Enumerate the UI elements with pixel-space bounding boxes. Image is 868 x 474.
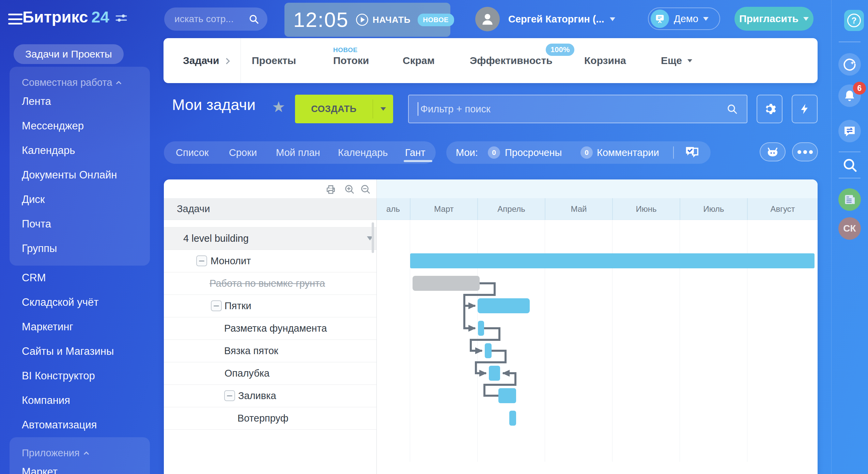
gantt-task-row-label[interactable]: Монолит	[211, 250, 251, 272]
sidebar-item[interactable]: Мессенджер	[10, 114, 150, 138]
settings-gear-button[interactable]	[757, 95, 782, 123]
print-icon[interactable]	[325, 184, 336, 195]
chevron-right-icon	[224, 58, 230, 64]
sidebar-item-tasks-projects[interactable]: Задачи и Проекты	[14, 44, 124, 64]
tab-Сроки[interactable]: Сроки	[229, 141, 257, 164]
robot-assistant-button[interactable]	[760, 142, 786, 161]
nav-item-Еще[interactable]: Еще	[661, 38, 692, 83]
sidebar-item[interactable]: Календарь	[10, 138, 150, 163]
group-label: Совместная работа	[22, 77, 112, 88]
favorite-star-icon[interactable]: ★	[272, 98, 285, 115]
gantt-task-row-label[interactable]: Заливка	[238, 384, 276, 407]
gantt-task-row-label[interactable]: Вотерпруф	[237, 407, 289, 429]
filter-search-input[interactable]	[420, 104, 724, 115]
nav-item-Потоки[interactable]: Потоки	[333, 38, 369, 83]
help-button[interactable]: ?	[844, 10, 864, 31]
chevron-down-icon	[687, 59, 692, 65]
gantt-bar-Монолит[interactable]	[410, 253, 815, 268]
create-dropdown-button[interactable]	[373, 95, 393, 123]
rail-divider	[839, 42, 861, 42]
more-options-button[interactable]	[792, 142, 818, 161]
gantt-task-row-label[interactable]: Опалубка	[224, 362, 269, 384]
gantt-bar-Работа по выемке грунта[interactable]	[413, 276, 480, 291]
sidebar-item[interactable]: Автоматизация	[10, 413, 150, 437]
sidebar-group-collaboration: Совместная работа ЛентаМессенджерКаленда…	[10, 67, 150, 266]
work-timer-widget[interactable]: 12:05 НАЧАТЬ НОВОЕ	[284, 3, 450, 37]
sidebar-item[interactable]: Сайты и Магазины	[10, 339, 150, 364]
sidebar-item[interactable]: Маркетинг	[10, 315, 150, 339]
copilot-button[interactable]	[838, 53, 861, 76]
gantt-bar-Пятки[interactable]	[478, 298, 530, 313]
zoom-out-icon[interactable]	[360, 184, 371, 195]
nav-item-Скрам[interactable]: Скрам	[403, 38, 435, 83]
user-menu[interactable]: Сергей Каторгин (...	[508, 0, 615, 38]
nav-item-Эффективность[interactable]: Эффективность	[470, 38, 553, 83]
zoom-in-icon[interactable]	[344, 184, 355, 195]
gantt-bar-Вязка пяток[interactable]	[485, 343, 492, 358]
rail-divider	[839, 152, 861, 152]
tab-Список[interactable]: Список	[176, 141, 209, 164]
timer-start-button[interactable]: НАЧАТЬ	[356, 13, 411, 26]
sidebar-item[interactable]: Лента	[10, 89, 150, 114]
sliders-icon[interactable]	[115, 13, 127, 23]
counter-overdue[interactable]: Просрочены	[505, 141, 562, 164]
invite-button[interactable]: Пригласить	[734, 7, 813, 31]
sidebar-item[interactable]: Группы	[10, 236, 150, 261]
gantt-bar-Разметка фундамента[interactable]	[478, 321, 484, 336]
gantt-row-separator	[164, 362, 376, 362]
nav-item-Задачи[interactable]: Задачи	[183, 38, 229, 83]
sidebar-group-apps-header[interactable]: Приложения	[10, 446, 150, 460]
gantt-task-row-label[interactable]: Разметка фундамента	[224, 317, 327, 339]
hamburger-menu-icon[interactable]	[8, 14, 22, 25]
gantt-task-row-label[interactable]: Пятки	[224, 295, 251, 317]
sidebar-item[interactable]: Компания	[10, 388, 150, 413]
tab-Мой план[interactable]: Мой план	[276, 141, 320, 164]
nav-item-label: Еще	[661, 55, 682, 66]
sidebar-item[interactable]: Складской учёт	[10, 290, 150, 315]
sidebar-item[interactable]: Документы Онлайн	[10, 163, 150, 187]
nav-item-Проекты[interactable]: Проекты	[252, 38, 296, 83]
sidebar-item[interactable]: Маркет	[10, 460, 150, 474]
counter-comments[interactable]: Комментарии	[597, 141, 659, 164]
tab-Календарь[interactable]: Календарь	[338, 141, 388, 164]
gantt-month-label: Июль	[680, 198, 747, 220]
employee-search-input[interactable]	[174, 14, 248, 25]
gantt-scrollbar-thumb[interactable]	[372, 222, 374, 253]
sidebar-item[interactable]: CRM	[10, 266, 150, 290]
timer-time: 12:05	[293, 8, 349, 32]
gantt-bar-Вотерпруф[interactable]	[509, 411, 516, 426]
news-button[interactable]	[838, 188, 861, 211]
nav-item-Корзина[interactable]: Корзина	[584, 38, 626, 83]
gantt-bar-Заливка[interactable]	[498, 388, 516, 403]
gantt-task-row-label[interactable]: Работа по выемке грунта	[210, 272, 325, 295]
create-task-button[interactable]: СОЗДАТЬ	[295, 95, 393, 123]
invite-label: Пригласить	[739, 13, 799, 25]
avatar[interactable]	[475, 7, 500, 31]
demo-plan-button[interactable]: Демо	[648, 7, 720, 30]
gantt-task-row-label[interactable]: Вязка пяток	[224, 339, 278, 362]
gantt-row-separator	[164, 339, 376, 340]
gantt-row-separator	[164, 384, 376, 385]
overdue-count-badge: 0	[488, 146, 500, 159]
collapse-minus-box[interactable]	[224, 390, 235, 401]
collapse-minus-box[interactable]	[211, 300, 222, 311]
gantt-task-row-label[interactable]: 4 level building	[183, 227, 249, 250]
rail-user-avatar[interactable]: СК	[838, 217, 861, 240]
text-cursor	[418, 102, 418, 116]
gantt-bar-Опалубка[interactable]	[489, 366, 500, 381]
collapse-minus-box[interactable]	[196, 255, 207, 266]
filter-search	[408, 95, 747, 123]
sidebar-group-collaboration-header[interactable]: Совместная работа	[10, 76, 150, 89]
sidebar-item[interactable]: Диск	[10, 187, 150, 212]
search-icon[interactable]	[726, 103, 738, 115]
chat-button[interactable]	[838, 120, 861, 142]
logo[interactable]: Битрикс 24	[22, 7, 127, 26]
automation-bolt-button[interactable]	[792, 95, 818, 123]
nav-item-label: Задачи	[183, 55, 219, 66]
sidebar-item[interactable]: BI Конструктор	[10, 364, 150, 388]
chevron-up-icon	[116, 81, 122, 86]
rail-search-button[interactable]	[842, 157, 858, 173]
gantt-row-separator	[164, 429, 376, 430]
comments-chat-check-icon[interactable]	[684, 145, 700, 161]
sidebar-item[interactable]: Почта	[10, 212, 150, 236]
